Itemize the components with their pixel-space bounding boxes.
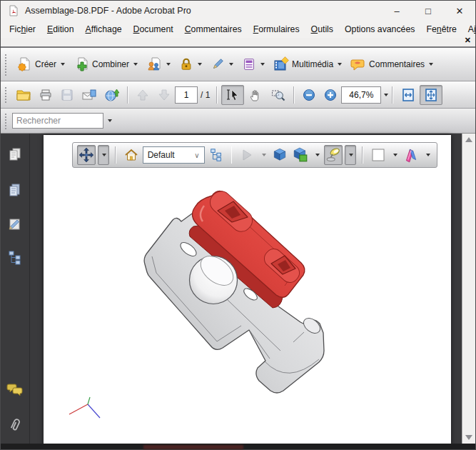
pages-panel-button[interactable] bbox=[4, 144, 26, 165]
file-toolbar: / 1 bbox=[1, 81, 475, 109]
pdf-file-icon bbox=[8, 5, 19, 16]
dropdown-arrow-icon bbox=[338, 63, 342, 66]
select-cursor-icon bbox=[226, 88, 240, 102]
layers-panel-button[interactable] bbox=[4, 179, 26, 201]
marquee-zoom-icon bbox=[271, 88, 285, 102]
film-icon bbox=[273, 56, 289, 72]
render-extra-button[interactable] bbox=[291, 145, 310, 165]
zoom-out-button[interactable] bbox=[298, 86, 320, 104]
print-button[interactable] bbox=[35, 86, 56, 104]
zoom-in-button[interactable] bbox=[320, 86, 341, 104]
toolbar-separator bbox=[127, 86, 128, 104]
signatures-panel-button[interactable] bbox=[4, 214, 26, 235]
multimedia-button[interactable]: Multimédia bbox=[269, 54, 346, 75]
previous-page-button[interactable] bbox=[132, 86, 153, 104]
menu-edition[interactable]: Edition bbox=[41, 22, 80, 36]
document-canvas: Default∨ bbox=[30, 134, 475, 444]
lock-icon bbox=[179, 57, 193, 71]
background-dropdown-button[interactable] bbox=[390, 145, 400, 165]
search-input[interactable] bbox=[12, 113, 103, 129]
printer-icon bbox=[39, 89, 52, 101]
rotate-3d-icon bbox=[79, 147, 94, 163]
select-tool-button[interactable] bbox=[221, 85, 244, 105]
search-dropdown-arrow-icon[interactable] bbox=[108, 119, 112, 122]
rotate-3d-button[interactable] bbox=[77, 145, 96, 165]
render-dropdown-button[interactable] bbox=[312, 145, 322, 165]
scroll-down-icon[interactable] bbox=[465, 435, 472, 440]
toolbar-separator bbox=[293, 86, 295, 104]
save-button[interactable] bbox=[56, 86, 78, 104]
axis-triad bbox=[69, 397, 100, 418]
comments-bubbles-icon bbox=[6, 381, 24, 399]
comment-bubble-icon bbox=[350, 56, 366, 72]
play-animation-button[interactable] bbox=[238, 145, 256, 165]
menu-fenetre[interactable]: Fenêtre bbox=[420, 22, 462, 36]
model-tree-button[interactable] bbox=[207, 145, 226, 165]
dropdown-arrow-icon bbox=[349, 154, 353, 156]
scroll-up-icon[interactable] bbox=[465, 137, 472, 142]
globe-upload-icon bbox=[105, 88, 119, 101]
play-dropdown-button[interactable] bbox=[258, 145, 268, 165]
maximize-button[interactable]: □ bbox=[412, 1, 444, 21]
menu-commentaires[interactable]: Commentaires bbox=[179, 22, 248, 36]
navigation-rail bbox=[1, 134, 30, 444]
toolbar-grip[interactable] bbox=[4, 112, 8, 129]
create-pdf-button[interactable]: Créer bbox=[12, 54, 69, 75]
zoom-level-input[interactable] bbox=[341, 86, 381, 104]
zoom-dropdown-arrow-icon[interactable] bbox=[384, 94, 388, 96]
secure-button[interactable] bbox=[175, 54, 206, 74]
fit-page-icon bbox=[424, 88, 438, 102]
vertical-scrollbar[interactable] bbox=[462, 134, 475, 444]
cross-section-dropdown-button[interactable] bbox=[422, 145, 432, 165]
open-button[interactable] bbox=[12, 86, 35, 104]
fit-page-button[interactable] bbox=[420, 85, 442, 105]
home-view-button[interactable] bbox=[122, 145, 141, 165]
views-select[interactable]: Default∨ bbox=[143, 146, 205, 164]
dropdown-arrow-icon bbox=[166, 63, 171, 66]
close-button[interactable]: ✕ bbox=[444, 1, 475, 21]
menu-document[interactable]: Document bbox=[128, 22, 179, 36]
lighting-dropdown-button[interactable] bbox=[345, 145, 356, 165]
forms-button[interactable] bbox=[238, 54, 269, 74]
attachments-panel-button[interactable] bbox=[4, 414, 26, 435]
background-color-button[interactable] bbox=[369, 145, 388, 165]
next-page-button[interactable] bbox=[153, 86, 175, 104]
menu-options-avancees[interactable]: Options avancées bbox=[339, 22, 420, 36]
zoom-in-icon bbox=[324, 89, 337, 101]
model-tree-panel-button[interactable] bbox=[4, 246, 26, 268]
save-disk-icon bbox=[61, 89, 74, 101]
menu-formulaires[interactable]: Formulaires bbox=[248, 22, 305, 36]
upload-button[interactable] bbox=[101, 85, 123, 104]
3d-model-view[interactable] bbox=[44, 135, 451, 446]
comments-panel-button[interactable] bbox=[4, 379, 26, 401]
acrobat-window: Assemblage-D8.PDF - Adobe Acrobat Pro – … bbox=[0, 0, 476, 450]
menu-outils[interactable]: Outils bbox=[305, 22, 339, 36]
hand-tool-button[interactable] bbox=[244, 85, 267, 105]
lighting-button[interactable] bbox=[324, 145, 343, 165]
folder-icon bbox=[16, 89, 31, 101]
menu-aide[interactable]: Aide bbox=[462, 22, 476, 36]
paperclip-icon bbox=[7, 416, 23, 432]
chevron-down-icon: ∨ bbox=[194, 151, 199, 159]
combine-button[interactable]: Combiner bbox=[69, 54, 142, 75]
menu-fichier[interactable]: Fichier bbox=[4, 22, 41, 36]
page-number-input[interactable] bbox=[175, 86, 198, 104]
sign-button[interactable] bbox=[206, 54, 238, 74]
fit-width-button[interactable] bbox=[397, 85, 420, 105]
form-icon bbox=[242, 57, 256, 71]
rotate-dropdown-button[interactable] bbox=[98, 145, 109, 165]
email-button[interactable] bbox=[78, 86, 101, 104]
create-pdf-icon bbox=[16, 56, 32, 72]
minimize-button[interactable]: – bbox=[381, 1, 412, 21]
cross-section-button[interactable] bbox=[402, 145, 420, 165]
menu-affichage[interactable]: Affichage bbox=[80, 22, 128, 36]
collaborate-button[interactable] bbox=[142, 54, 175, 75]
dropdown-arrow-icon bbox=[133, 63, 138, 66]
marquee-zoom-button[interactable] bbox=[267, 85, 290, 105]
toolbar-grip[interactable] bbox=[4, 53, 8, 76]
arrow-up-icon bbox=[136, 89, 149, 101]
comments-button[interactable]: Commentaires bbox=[346, 54, 437, 75]
toolbar-grip[interactable] bbox=[4, 86, 8, 104]
toolbars-close-button[interactable]: ✕ bbox=[465, 36, 471, 45]
render-mode-button[interactable] bbox=[270, 145, 289, 165]
